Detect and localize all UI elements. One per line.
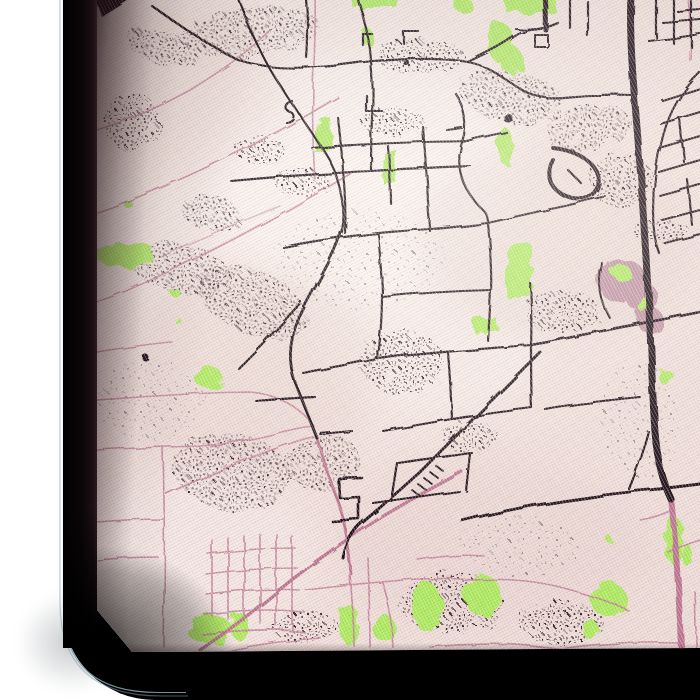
park-patch — [503, 0, 559, 15]
background-washes — [97, 0, 700, 650]
canvas-side-edge — [63, 0, 97, 648]
map-print — [97, 0, 700, 653]
product-mockup-scene — [0, 0, 700, 700]
canvas-front-face — [97, 0, 700, 653]
